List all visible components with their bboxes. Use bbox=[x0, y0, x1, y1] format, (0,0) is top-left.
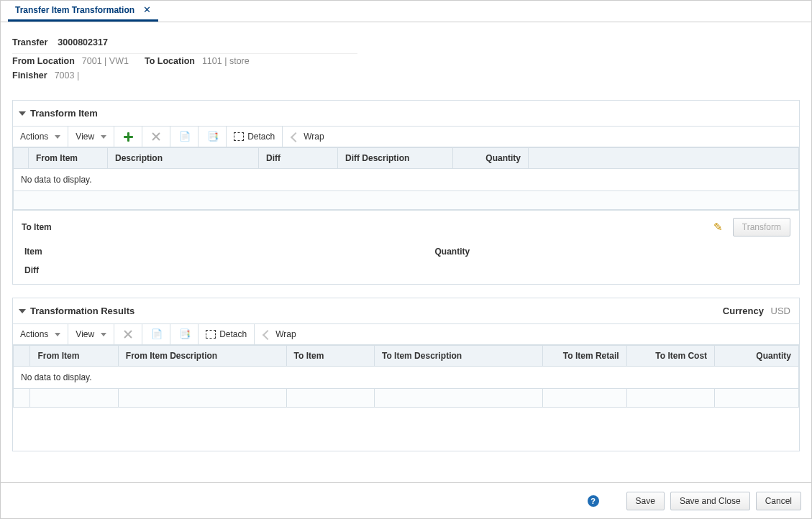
col-to-item[interactable]: To Item bbox=[286, 346, 374, 367]
label-to-location: To Location bbox=[145, 56, 195, 66]
col-diff-description[interactable]: Diff Description bbox=[338, 148, 453, 169]
export-icon: 📄 bbox=[179, 132, 189, 142]
export-button[interactable]: 📄 bbox=[142, 324, 170, 344]
title-results: Transformation Results bbox=[30, 306, 134, 316]
label-quantity: Quantity bbox=[435, 247, 470, 257]
title-transform-item: Transform Item bbox=[30, 108, 98, 119]
wrap-button[interactable]: Wrap bbox=[255, 324, 303, 344]
table-results: From Item From Item Description To Item … bbox=[13, 345, 799, 408]
no-data-message: No data to display. bbox=[14, 367, 799, 389]
plus-icon bbox=[123, 132, 133, 142]
col-to-item-desc[interactable]: To Item Description bbox=[375, 346, 543, 367]
save-button[interactable]: Save bbox=[626, 492, 665, 510]
col-quantity[interactable]: Quantity bbox=[453, 148, 529, 169]
x-icon bbox=[123, 329, 133, 339]
col-from-item[interactable]: From Item bbox=[30, 346, 118, 367]
panel-transformation-results: Transformation Results Currency USD Acti… bbox=[12, 298, 800, 451]
actions-menu[interactable]: Actions bbox=[13, 127, 68, 147]
wrap-icon bbox=[290, 132, 300, 142]
detach-icon bbox=[206, 330, 216, 339]
tab-title: Transfer Item Transformation bbox=[15, 5, 134, 15]
delete-button[interactable] bbox=[114, 324, 142, 344]
export-button[interactable]: 📄 bbox=[170, 127, 199, 147]
col-to-item-retail[interactable]: To Item Retail bbox=[542, 346, 626, 367]
col-description[interactable]: Description bbox=[108, 148, 259, 169]
delete-button[interactable] bbox=[142, 127, 170, 147]
no-data-message: No data to display. bbox=[14, 169, 799, 191]
table-transform-item: From Item Description Diff Diff Descript… bbox=[13, 147, 799, 210]
value-finisher: 7003 | bbox=[55, 70, 80, 81]
header-block: Transfer 3000802317 From Location 7001 |… bbox=[12, 35, 800, 83]
close-icon[interactable]: ✕ bbox=[143, 4, 151, 15]
label-finisher: Finisher bbox=[12, 70, 47, 81]
view-menu[interactable]: View bbox=[68, 127, 114, 147]
col-quantity[interactable]: Quantity bbox=[715, 346, 799, 367]
export-icon: 📄 bbox=[151, 329, 161, 339]
tab-bar: Transfer Item Transformation ✕ bbox=[1, 1, 811, 22]
wrap-button[interactable]: Wrap bbox=[283, 127, 331, 147]
detail-row-item: Item Quantity bbox=[13, 242, 799, 261]
disclosure-icon bbox=[19, 309, 26, 313]
panel-transform-item: Transform Item Actions View 📄 📑 Detach W… bbox=[12, 100, 800, 285]
content-area: Transfer 3000802317 From Location 7001 |… bbox=[1, 22, 811, 482]
col-to-item-cost[interactable]: To Item Cost bbox=[626, 346, 714, 367]
query-icon: 📑 bbox=[207, 132, 217, 142]
footer: ? Save Save and Close Cancel bbox=[1, 482, 811, 518]
panel-title-results[interactable]: Transformation Results Currency USD bbox=[13, 298, 799, 323]
cancel-button[interactable]: Cancel bbox=[756, 492, 801, 510]
label-diff: Diff bbox=[24, 265, 53, 275]
label-transfer: Transfer bbox=[12, 37, 47, 47]
col-diff[interactable]: Diff bbox=[259, 148, 338, 169]
label-currency: Currency bbox=[723, 306, 764, 316]
label-to-item: To Item bbox=[22, 222, 52, 232]
disclosure-icon bbox=[19, 111, 26, 116]
detail-row-diff: Diff bbox=[13, 261, 799, 284]
value-to-location: 1101 | store bbox=[202, 56, 250, 66]
save-and-close-button[interactable]: Save and Close bbox=[670, 492, 750, 510]
detach-icon bbox=[234, 132, 244, 141]
col-from-item-desc[interactable]: From Item Description bbox=[118, 346, 286, 367]
panel-title-transform-item[interactable]: Transform Item bbox=[13, 101, 799, 126]
label-from-location: From Location bbox=[12, 56, 75, 66]
query-button[interactable]: 📑 bbox=[199, 127, 227, 147]
toolbar-results: Actions View 📄 📑 Detach Wrap bbox=[13, 323, 799, 345]
toolbar-transform-item: Actions View 📄 📑 Detach Wrap bbox=[13, 126, 799, 147]
view-menu[interactable]: View bbox=[68, 324, 114, 344]
col-from-item[interactable]: From Item bbox=[29, 148, 108, 169]
tab-transfer-item-transformation[interactable]: Transfer Item Transformation ✕ bbox=[8, 0, 158, 22]
wrap-icon bbox=[262, 329, 272, 339]
help-icon[interactable]: ? bbox=[588, 495, 599, 507]
to-item-bar: To Item ✎ Transform bbox=[13, 210, 799, 242]
x-icon bbox=[151, 132, 161, 142]
pencil-icon[interactable]: ✎ bbox=[713, 221, 723, 234]
query-icon: 📑 bbox=[179, 329, 189, 339]
value-from-location: 7001 | VW1 bbox=[82, 56, 129, 66]
transform-button[interactable]: Transform bbox=[733, 218, 790, 236]
value-currency: USD bbox=[771, 306, 790, 316]
detach-button[interactable]: Detach bbox=[199, 324, 255, 344]
query-button[interactable]: 📑 bbox=[170, 324, 199, 344]
label-item: Item bbox=[24, 247, 53, 257]
blank-row bbox=[14, 191, 799, 210]
value-transfer: 3000802317 bbox=[58, 37, 108, 47]
actions-menu[interactable]: Actions bbox=[13, 324, 68, 344]
add-button[interactable] bbox=[114, 127, 142, 147]
detach-button[interactable]: Detach bbox=[227, 127, 283, 147]
